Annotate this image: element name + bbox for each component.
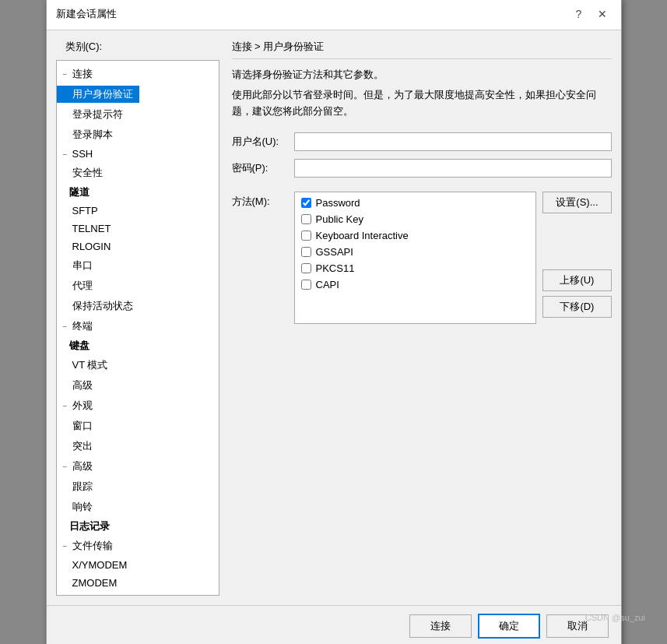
tree-expander-advanced2[interactable]: − xyxy=(60,462,69,472)
tree-label-vt-mode: VT 模式 xyxy=(69,357,111,373)
tree-item-user-auth[interactable]: 用户身份验证 xyxy=(57,84,219,104)
tree-label-user-auth: 用户身份验证 xyxy=(69,86,136,102)
tree-item-login-prompt[interactable]: 登录提示符 xyxy=(57,104,219,125)
method-item-gssapi[interactable]: GSSAPI xyxy=(301,246,530,258)
tree-expander-vt-mode xyxy=(60,361,69,371)
method-checkbox-gssapi[interactable] xyxy=(301,247,311,257)
tree-label-advanced2: 高级 xyxy=(69,459,96,474)
username-input[interactable] xyxy=(294,132,612,151)
help-button[interactable]: ? xyxy=(570,5,588,23)
tree-item-log[interactable]: 日志记录 xyxy=(57,517,219,536)
tree-expander-xymodem xyxy=(60,561,69,571)
up-button[interactable]: 上移(U) xyxy=(542,269,611,291)
category-label: 类别(C): xyxy=(56,37,219,57)
tree-item-file-transfer[interactable]: −文件传输 xyxy=(57,536,219,556)
tree-label-bell: 响铃 xyxy=(69,499,96,515)
tree-label-window: 窗口 xyxy=(69,418,96,434)
desc1: 请选择身份验证方法和其它参数。 xyxy=(232,67,612,83)
tree-item-zmodem[interactable]: ZMODEM xyxy=(57,574,219,592)
dialog-title: 新建会话属性 xyxy=(56,7,117,21)
tree-item-bell[interactable]: 响铃 xyxy=(57,497,219,517)
tree-label-keepalive: 保持活动状态 xyxy=(69,298,136,314)
ok-button[interactable]: 确定 xyxy=(478,614,540,639)
tree-expander-security xyxy=(60,168,69,178)
tree-expander-connection[interactable]: − xyxy=(60,69,69,79)
tree-item-security[interactable]: 安全性 xyxy=(57,163,219,183)
tree-label-sftp: SFTP xyxy=(69,204,101,217)
tree-item-terminal[interactable]: −终端 xyxy=(57,316,219,336)
tree-item-window[interactable]: 窗口 xyxy=(57,416,219,436)
tree-item-keyboard[interactable]: 键盘 xyxy=(57,336,219,355)
tree-item-xymodem[interactable]: X/YMODEM xyxy=(57,556,219,574)
method-item-capi[interactable]: CAPI xyxy=(301,279,530,290)
tree-label-trace: 跟踪 xyxy=(69,479,96,494)
tree-item-keepalive[interactable]: 保持活动状态 xyxy=(57,296,219,316)
password-label: 密码(P): xyxy=(232,161,294,175)
connect-button[interactable]: 连接 xyxy=(409,614,472,638)
tree-label-appearance: 外观 xyxy=(69,398,96,413)
tree-label-connection: 连接 xyxy=(69,66,96,82)
tree-item-login-script[interactable]: 登录脚本 xyxy=(57,125,219,145)
close-button[interactable]: ✕ xyxy=(593,5,612,23)
method-item-keyboard-interactive[interactable]: Keyboard Interactive xyxy=(301,230,530,241)
tree-expander-keepalive xyxy=(60,301,69,311)
dialog-footer: 连接 确定 取消 xyxy=(47,605,621,645)
tree-item-telnet[interactable]: TELNET xyxy=(57,220,219,238)
tree-expander-login-script xyxy=(60,130,69,140)
password-input[interactable] xyxy=(294,159,612,178)
tree-expander-sftp xyxy=(60,206,69,216)
tree-item-ssh[interactable]: −SSH xyxy=(57,145,219,163)
tree-expander-ssh[interactable]: − xyxy=(60,150,69,160)
password-row: 密码(P): xyxy=(232,159,612,178)
tree-expander-trace xyxy=(60,482,69,492)
tree-label-telnet: TELNET xyxy=(69,222,114,235)
tree-expander-file-transfer[interactable]: − xyxy=(60,541,69,551)
method-row: 方法(M): PasswordPublic KeyKeyboard Intera… xyxy=(232,192,612,324)
tree-expander-zmodem xyxy=(60,579,69,589)
tree-item-highlight[interactable]: 突出 xyxy=(57,436,219,456)
method-item-public-key[interactable]: Public Key xyxy=(301,213,530,225)
tree-label-serial: 串口 xyxy=(69,258,96,273)
tree-item-vt-mode[interactable]: VT 模式 xyxy=(57,355,219,375)
tree-item-advanced[interactable]: 高级 xyxy=(57,375,219,396)
tree-item-sftp[interactable]: SFTP xyxy=(57,202,219,220)
method-item-password[interactable]: Password xyxy=(301,197,530,209)
tree-label-security: 安全性 xyxy=(69,165,106,181)
tree-item-rlogin[interactable]: RLOGIN xyxy=(57,238,219,255)
breadcrumb: 连接 > 用户身份验证 xyxy=(232,40,612,59)
tree-expander-serial xyxy=(60,261,69,271)
tree-expander-advanced xyxy=(60,381,69,391)
tree-label-keyboard: 键盘 xyxy=(69,340,90,351)
down-button[interactable]: 下移(D) xyxy=(542,296,611,318)
tree-item-appearance[interactable]: −外观 xyxy=(57,396,219,416)
method-list: PasswordPublic KeyKeyboard InteractiveGS… xyxy=(294,192,537,324)
tree-item-tunnel[interactable]: 隧道 xyxy=(57,183,219,202)
dialog-body: 类别(C): −连接 用户身份验证 登录提示符 登录脚本−SSH 安全性 隧道 … xyxy=(47,30,621,605)
method-label-capi: CAPI xyxy=(316,279,339,290)
method-label-gssapi: GSSAPI xyxy=(316,246,353,258)
settings-button[interactable]: 设置(S)... xyxy=(542,192,611,213)
tree-item-connection[interactable]: −连接 xyxy=(57,64,219,84)
tree-item-proxy[interactable]: 代理 xyxy=(57,276,219,296)
tree-label-tunnel: 隧道 xyxy=(69,186,90,198)
tree-expander-proxy xyxy=(60,281,69,291)
tree-expander-log xyxy=(60,522,69,532)
tree-panel: −连接 用户身份验证 登录提示符 登录脚本−SSH 安全性 隧道 SFTP TE… xyxy=(56,60,219,596)
method-label-pkcs11: PKCS11 xyxy=(316,262,355,274)
method-checkbox-pkcs11[interactable] xyxy=(301,263,311,273)
method-checkbox-keyboard-interactive[interactable] xyxy=(301,231,311,241)
desc2: 使用此部分以节省登录时间。但是，为了最大限度地提高安全性，如果担心安全问题，建议… xyxy=(232,87,612,120)
tree-item-serial[interactable]: 串口 xyxy=(57,255,219,276)
tree-label-login-script: 登录脚本 xyxy=(69,127,116,143)
tree-expander-terminal[interactable]: − xyxy=(60,322,69,332)
tree-item-advanced2[interactable]: −高级 xyxy=(57,456,219,477)
tree-label-proxy: 代理 xyxy=(69,278,96,294)
tree-expander-login-prompt xyxy=(60,110,69,120)
method-checkbox-public-key[interactable] xyxy=(301,214,311,224)
method-item-pkcs11[interactable]: PKCS11 xyxy=(301,262,530,274)
tree-item-trace[interactable]: 跟踪 xyxy=(57,477,219,497)
tree-label-rlogin: RLOGIN xyxy=(69,240,114,253)
tree-expander-appearance[interactable]: − xyxy=(60,401,69,411)
method-checkbox-capi[interactable] xyxy=(301,280,311,290)
method-checkbox-password[interactable] xyxy=(301,198,311,208)
